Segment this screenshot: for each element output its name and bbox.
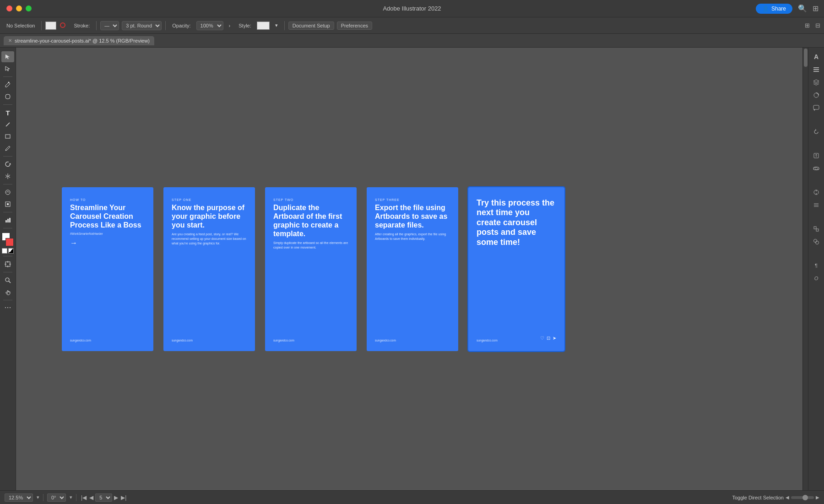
- align-panel-icon[interactable]: [810, 200, 823, 211]
- zoom-tool[interactable]: [1, 275, 14, 286]
- canvas-area[interactable]: HOW TO Streamline Your Carousel Creation…: [16, 48, 802, 490]
- tab-filename: streamline-your-carousel-posts.ai* @ 12.…: [15, 38, 150, 43]
- color-panel-icon[interactable]: [810, 90, 823, 101]
- transform-panel-icon[interactable]: [810, 223, 823, 234]
- fill-color[interactable]: [45, 22, 56, 30]
- stroke-swatch[interactable]: [5, 238, 14, 246]
- paragraph-icon[interactable]: ¶: [810, 260, 823, 271]
- pencil-tool[interactable]: [1, 143, 14, 154]
- style-label: Style:: [236, 22, 254, 29]
- add-anchor-tool[interactable]: [1, 91, 14, 102]
- char-style-icon[interactable]: O: [810, 273, 823, 284]
- pen-tool[interactable]: [1, 79, 14, 90]
- svg-rect-2: [5, 135, 10, 138]
- rect-tool[interactable]: [1, 131, 14, 142]
- artboard-2-inner: STEP ONE Know the purpose of your graphi…: [163, 187, 255, 351]
- artboard-1-inner: HOW TO Streamline Your Carousel Creation…: [62, 187, 153, 351]
- svg-rect-9: [7, 219, 9, 222]
- close-button[interactable]: [6, 5, 12, 11]
- artboard-1[interactable]: HOW TO Streamline Your Carousel Creation…: [62, 187, 153, 351]
- scrollbar-thumb[interactable]: [804, 49, 808, 67]
- zoom-select[interactable]: 12.5%: [5, 493, 33, 502]
- svg-rect-30: [814, 227, 816, 229]
- statusbar: 12.5% ▾ 0° ▾ |◀ ◀ 5 ▶ ▶| Toggle Direct S…: [0, 490, 824, 504]
- align-icon[interactable]: ⊟: [815, 22, 820, 29]
- artboard-tool[interactable]: [1, 259, 14, 270]
- search-icon[interactable]: 🔍: [798, 4, 807, 13]
- color-swatches[interactable]: [1, 233, 15, 246]
- style-color[interactable]: [257, 22, 270, 30]
- heart-icon: ♡: [540, 336, 544, 341]
- appearance-icon[interactable]: [810, 187, 823, 198]
- toggle-slider-track[interactable]: [791, 496, 814, 499]
- hand-tool[interactable]: [1, 287, 14, 298]
- toggle-label: Toggle Direct Selection: [732, 495, 784, 500]
- stroke-weight-select[interactable]: —: [100, 21, 119, 30]
- minimize-button[interactable]: [16, 5, 22, 11]
- line-tool[interactable]: [1, 119, 14, 130]
- properties-panel-icon[interactable]: [810, 64, 823, 75]
- right-panel: A: [808, 48, 824, 490]
- artboard-3[interactable]: STEP TWO Duplicate the Artboard of the f…: [265, 187, 357, 351]
- comments-panel-icon[interactable]: [810, 103, 823, 114]
- layers-panel-icon[interactable]: [810, 77, 823, 88]
- rotate-tool[interactable]: [1, 159, 14, 170]
- next-artboard-btn[interactable]: ▶: [113, 494, 119, 501]
- artboards-container: HOW TO Streamline Your Carousel Creation…: [62, 187, 564, 351]
- history-icon[interactable]: [810, 126, 823, 137]
- tab-close-icon[interactable]: ✕: [8, 38, 12, 43]
- document-setup-button[interactable]: Document Setup: [288, 22, 334, 30]
- preferences-button[interactable]: Preferences: [337, 22, 372, 30]
- svg-point-32: [814, 239, 817, 243]
- right-scrollbar[interactable]: [802, 48, 808, 490]
- share-small-icon: ➤: [553, 336, 556, 341]
- share-icon: 👤: [762, 5, 769, 12]
- rotation-caret[interactable]: ▾: [70, 494, 72, 500]
- export-icon[interactable]: [810, 150, 823, 161]
- opacity-select[interactable]: 100%: [196, 21, 223, 30]
- toggle-slider-thumb[interactable]: [802, 495, 808, 500]
- main-area: T: [0, 48, 824, 490]
- style-dropdown-icon[interactable]: ▾: [272, 22, 281, 29]
- free-transform-tool[interactable]: [1, 199, 14, 210]
- maximize-button[interactable]: [26, 5, 32, 11]
- rotation-select[interactable]: 0°: [47, 493, 66, 502]
- direct-selection-tool[interactable]: [1, 63, 14, 74]
- stroke-cap-select[interactable]: 3 pt. Round: [122, 21, 162, 30]
- sep4: [284, 21, 285, 30]
- type-tool[interactable]: T: [1, 107, 14, 118]
- artboard-4[interactable]: STEP THREE Export the file using Artboar…: [367, 187, 458, 351]
- last-artboard-btn[interactable]: ▶|: [120, 494, 127, 501]
- share-button[interactable]: 👤 Share: [756, 4, 792, 14]
- link-icon[interactable]: [810, 163, 823, 174]
- left-toolbar: T: [0, 48, 16, 490]
- none-swatch[interactable]: [2, 248, 7, 254]
- card-4-content: STEP THREE Export the file using Artboar…: [375, 198, 450, 241]
- card-2-content: STEP ONE Know the purpose of your graphi…: [172, 198, 247, 246]
- artboard-num-select[interactable]: 5: [95, 493, 112, 502]
- file-tab[interactable]: ✕ streamline-your-carousel-posts.ai* @ 1…: [4, 36, 154, 45]
- stroke-style-icon[interactable]: [59, 22, 68, 30]
- prev-artboard-btn[interactable]: ◀: [88, 494, 94, 501]
- more-tools-icon[interactable]: ···: [4, 303, 11, 312]
- artboard-nav: |◀ ◀ 5 ▶ ▶|: [80, 493, 127, 502]
- toggle-left-icon[interactable]: ◀: [786, 495, 789, 500]
- zoom-caret[interactable]: ▾: [37, 494, 39, 500]
- opacity-arrow[interactable]: ›: [226, 22, 233, 29]
- selection-tool[interactable]: [1, 51, 14, 62]
- first-artboard-btn[interactable]: |◀: [80, 494, 87, 501]
- toggle-right-icon[interactable]: ▶: [816, 495, 819, 500]
- graph-tool[interactable]: [1, 215, 14, 226]
- svg-rect-8: [5, 220, 7, 222]
- svg-point-16: [5, 278, 9, 282]
- card-5-content: Try this process the next time you creat…: [477, 198, 556, 250]
- reflect-tool[interactable]: [1, 171, 14, 182]
- artboard-2[interactable]: STEP ONE Know the purpose of your graphi…: [163, 187, 255, 351]
- grid-view-icon[interactable]: ⊞: [813, 4, 819, 13]
- artboard-5[interactable]: Try this process the next time you creat…: [468, 187, 564, 351]
- pathfinder-icon[interactable]: [810, 236, 823, 247]
- type-panel-icon[interactable]: A: [810, 51, 823, 62]
- warp-tool[interactable]: [1, 187, 14, 198]
- mixed-swatch[interactable]: [8, 248, 14, 254]
- arrange-icon[interactable]: ⊞: [805, 22, 810, 29]
